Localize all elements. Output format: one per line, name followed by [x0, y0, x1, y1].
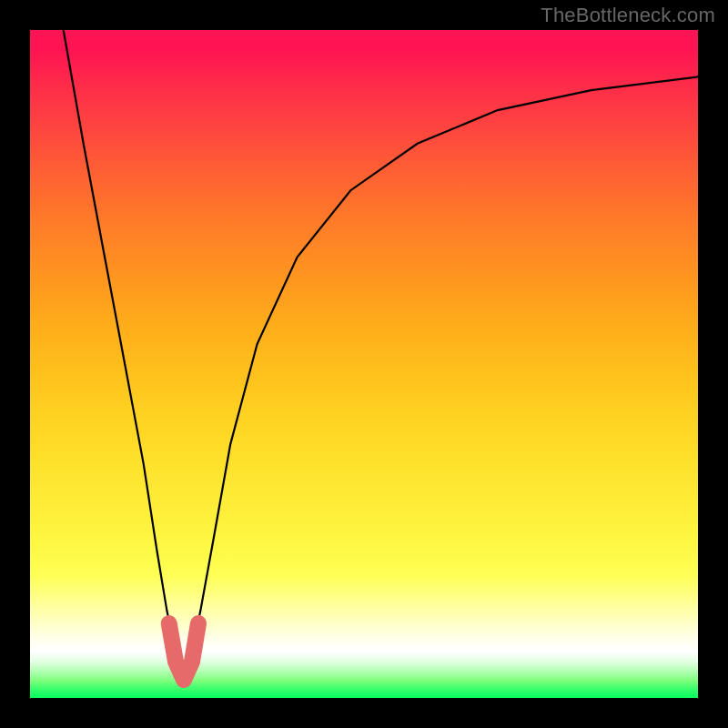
bottleneck-curve-svg — [30, 30, 698, 698]
trough-highlight — [169, 623, 198, 680]
chart-plot-area — [30, 30, 698, 698]
watermark-text: TheBottleneck.com — [541, 4, 715, 27]
bottleneck-curve-path — [64, 30, 698, 678]
